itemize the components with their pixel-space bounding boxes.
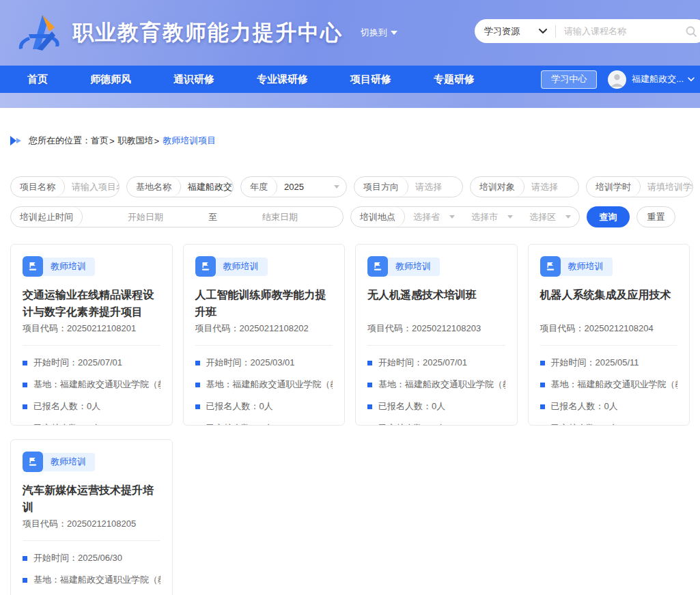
badge-label: 教师培训 [214, 258, 268, 276]
nav-item-tongshi[interactable]: 通识研修 [173, 73, 214, 86]
square-bullet-icon [23, 361, 27, 365]
breadcrumb-current: 教师培训项目 [163, 135, 216, 147]
card-base: 基地：福建船政交通职业学院（教师... [367, 378, 505, 391]
card-project-code: 项目代码：20250212108204 [540, 322, 678, 335]
year-select[interactable]: 2025 [277, 182, 334, 192]
card-audited-count: 已审核人数：0人 [367, 422, 505, 426]
project-name-input[interactable]: 请输入项目名称 [65, 181, 119, 193]
nav-item-home[interactable]: 首页 [27, 73, 48, 86]
hours-input[interactable]: 请填培训学时 [641, 181, 692, 193]
divider [540, 345, 678, 346]
card-badge-row: 教师培训 [367, 256, 505, 277]
chevron-down-icon [507, 215, 513, 219]
divider [23, 540, 160, 541]
chevron-down-icon [449, 215, 455, 219]
card-enrolled-count: 已报名人数：0人 [195, 400, 333, 413]
filter-label: 培训学时 [587, 177, 641, 197]
badge-label: 教师培训 [41, 258, 95, 276]
chevron-down-icon[interactable] [539, 29, 547, 34]
site-header: 职业教育教师能力提升中心 切换到 学习资源 [0, 0, 700, 66]
square-bullet-icon [195, 404, 200, 409]
project-card[interactable]: 教师培训 汽车新媒体运营技术提升培训 项目代码：20250212108205 开… [10, 439, 173, 595]
square-bullet-icon [540, 361, 545, 365]
province-select[interactable]: 选择省 [405, 211, 463, 223]
nav-item-xiangmu[interactable]: 项目研修 [350, 73, 391, 86]
filter-date-range: 培训起止时间 开始日期 至 结束日期 [10, 206, 344, 227]
base-name-input[interactable]: 福建船政交通职业学院 [181, 181, 233, 193]
end-date-input[interactable]: 结束日期 [217, 211, 343, 223]
page-title: 职业教育教师能力提升中心 [72, 18, 343, 47]
chevron-down-icon [565, 215, 571, 219]
project-card[interactable]: 教师培训 交通运输业在线精品课程设计与数字化素养提升项目 项目代码：202502… [10, 244, 173, 426]
nav-item-zhuanti[interactable]: 专题研修 [434, 73, 475, 86]
project-card[interactable]: 教师培训 人工智能训练师教学能力提升班 项目代码：20250212108202 … [183, 244, 346, 426]
avatar[interactable] [608, 70, 626, 89]
card-title[interactable]: 机器人系统集成及应用技术 [540, 286, 678, 320]
card-project-code: 项目代码：20250212108205 [23, 518, 160, 530]
teacher-training-icon [195, 256, 216, 277]
direction-select[interactable]: 请选择 [408, 181, 462, 193]
chevron-down-icon[interactable] [688, 77, 695, 82]
card-title[interactable]: 无人机遥感技术培训班 [367, 286, 505, 320]
card-enrolled-count: 已报名人数：0人 [540, 400, 678, 413]
teacher-training-icon [367, 256, 388, 277]
learning-center-button[interactable]: 学习中心 [541, 70, 597, 89]
city-select[interactable]: 选择市 [463, 211, 521, 223]
badge-label: 教师培训 [386, 258, 440, 276]
card-badge-row: 教师培训 [23, 256, 160, 277]
card-project-code: 项目代码：20250212108201 [23, 322, 160, 335]
card-enrolled-count: 已报名人数：0人 [367, 400, 505, 413]
breadcrumb-prefix: 您所在的位置： [29, 135, 91, 147]
district-select[interactable]: 选择区 [521, 211, 579, 223]
card-badge-row: 教师培训 [195, 256, 333, 277]
badge-label: 教师培训 [41, 453, 95, 471]
square-bullet-icon [367, 383, 372, 387]
divider [555, 25, 556, 38]
card-start-time: 开始时间：2025/03/01 [195, 357, 333, 369]
breadcrumb-separator: > [109, 136, 115, 146]
card-title[interactable]: 交通运输业在线精品课程设计与数字化素养提升项目 [23, 286, 160, 320]
card-title[interactable]: 人工智能训练师教学能力提升班 [195, 286, 333, 320]
breadcrumb-home[interactable]: 首页 [91, 135, 109, 147]
chevron-down-icon[interactable] [334, 185, 339, 189]
card-badge-row: 教师培训 [540, 256, 678, 277]
card-start-time: 开始时间：2025/06/30 [23, 552, 160, 564]
switch-to-dropdown[interactable]: 切换到 [361, 27, 397, 39]
start-date-input[interactable]: 开始日期 [83, 211, 208, 223]
search-category-select[interactable]: 学习资源 [484, 25, 520, 38]
nav-item-zhuanyeke[interactable]: 专业课研修 [257, 73, 308, 86]
card-start-time: 开始时间：2025/07/01 [23, 357, 160, 369]
switch-to-label: 切换到 [361, 27, 387, 39]
breadcrumb-separator: > [154, 136, 160, 146]
reset-button[interactable]: 重置 [636, 206, 675, 227]
filter-label: 项目方向 [354, 177, 408, 197]
nav-item-shide[interactable]: 师德师风 [90, 73, 131, 86]
banner-strip [0, 93, 700, 108]
filter-panel: 项目名称 请输入项目名称 基地名称 福建船政交通职业学院 年度 2025 项目方… [10, 176, 690, 227]
project-card-grid: 教师培训 交通运输业在线精品课程设计与数字化素养提升项目 项目代码：202502… [10, 244, 690, 595]
breadcrumb-guopei[interactable]: 职教国培 [118, 135, 154, 147]
query-button[interactable]: 查询 [587, 206, 630, 227]
card-badge-row: 教师培训 [23, 452, 160, 472]
audience-select[interactable]: 请选择 [524, 181, 578, 193]
teacher-training-icon [23, 256, 43, 277]
project-card[interactable]: 教师培训 无人机遥感技术培训班 项目代码：20250212108203 开始时间… [355, 244, 518, 426]
square-bullet-icon [367, 404, 372, 409]
square-bullet-icon [23, 578, 27, 583]
square-bullet-icon [367, 361, 372, 365]
course-search-input[interactable] [564, 26, 681, 36]
search-icon[interactable] [685, 25, 697, 38]
project-card[interactable]: 教师培训 机器人系统集成及应用技术 项目代码：20250212108204 开始… [528, 244, 690, 426]
filter-label: 年度 [241, 177, 277, 197]
card-title[interactable]: 汽车新媒体运营技术提升培训 [23, 482, 160, 516]
card-base: 基地：福建船政交通职业学院（教师... [23, 574, 160, 586]
filter-year: 年度 2025 [240, 176, 347, 197]
card-base: 基地：福建船政交通职业学院（教师... [540, 378, 678, 391]
card-project-code: 项目代码：20250212108202 [195, 322, 333, 335]
divider [23, 345, 160, 346]
username-label[interactable]: 福建船政交... [632, 73, 684, 85]
filter-hours: 培训学时 请填培训学时 [586, 176, 693, 197]
nav-user-area: 学习中心 福建船政交... [541, 66, 695, 93]
divider [367, 345, 505, 346]
card-start-time: 开始时间：2025/05/11 [540, 357, 678, 369]
